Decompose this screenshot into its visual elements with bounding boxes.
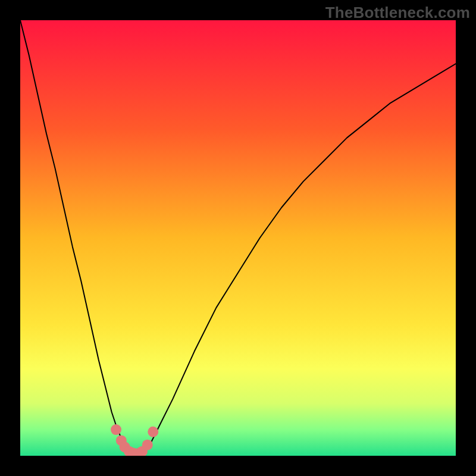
chart-plot-area bbox=[20, 20, 456, 456]
watermark-text: TheBottleneck.com bbox=[325, 4, 470, 22]
optimal-marker bbox=[142, 440, 153, 450]
chart-background bbox=[20, 20, 456, 456]
optimal-marker bbox=[111, 424, 121, 435]
optimal-marker bbox=[148, 427, 158, 437]
chart-frame: TheBottleneck.com bbox=[0, 0, 476, 476]
chart-svg bbox=[20, 20, 456, 456]
